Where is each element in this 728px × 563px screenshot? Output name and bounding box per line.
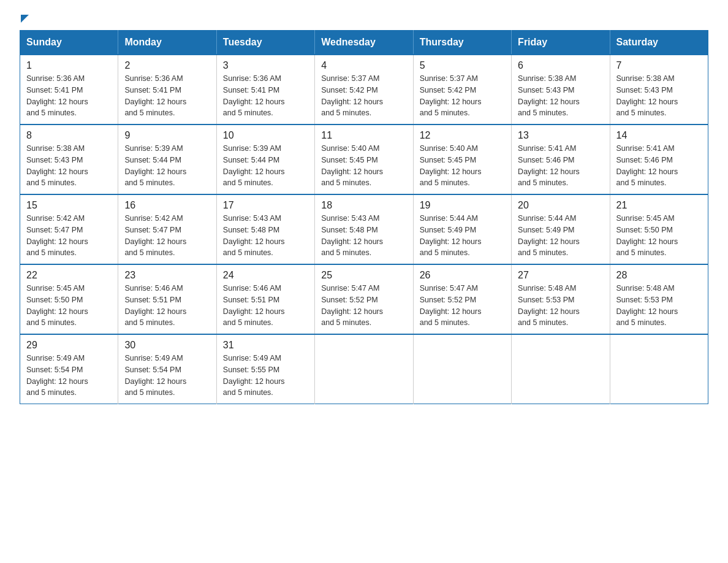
day-info: Sunrise: 5:36 AM Sunset: 5:41 PM Dayligh… [223, 73, 308, 119]
logo-icon [20, 15, 29, 20]
day-info: Sunrise: 5:45 AM Sunset: 5:50 PM Dayligh… [616, 213, 702, 259]
calendar-cell [315, 334, 413, 404]
day-info: Sunrise: 5:49 AM Sunset: 5:54 PM Dayligh… [26, 353, 112, 399]
day-number: 24 [223, 270, 308, 281]
day-number: 7 [616, 60, 702, 71]
day-info: Sunrise: 5:46 AM Sunset: 5:51 PM Dayligh… [223, 283, 308, 329]
day-number: 27 [518, 270, 603, 281]
day-info: Sunrise: 5:37 AM Sunset: 5:42 PM Dayligh… [321, 73, 406, 119]
day-number: 11 [321, 130, 406, 141]
calendar-cell: 12 Sunrise: 5:40 AM Sunset: 5:45 PM Dayl… [413, 124, 511, 194]
calendar-cell: 31 Sunrise: 5:49 AM Sunset: 5:55 PM Dayl… [216, 334, 314, 404]
day-number: 12 [420, 130, 505, 141]
day-number: 14 [616, 130, 702, 141]
header-wednesday: Wednesday [315, 31, 413, 55]
day-info: Sunrise: 5:42 AM Sunset: 5:47 PM Dayligh… [26, 213, 112, 259]
day-info: Sunrise: 5:42 AM Sunset: 5:47 PM Dayligh… [124, 213, 210, 259]
day-number: 16 [124, 200, 210, 211]
day-info: Sunrise: 5:41 AM Sunset: 5:46 PM Dayligh… [518, 143, 603, 189]
calendar-cell: 6 Sunrise: 5:38 AM Sunset: 5:43 PM Dayli… [512, 55, 610, 124]
day-info: Sunrise: 5:43 AM Sunset: 5:48 PM Dayligh… [321, 213, 406, 259]
day-number: 31 [223, 340, 308, 351]
day-number: 23 [124, 270, 210, 281]
calendar-cell: 19 Sunrise: 5:44 AM Sunset: 5:49 PM Dayl… [413, 194, 511, 264]
calendar-cell: 30 Sunrise: 5:49 AM Sunset: 5:54 PM Dayl… [118, 334, 216, 404]
calendar-cell: 2 Sunrise: 5:36 AM Sunset: 5:41 PM Dayli… [118, 55, 216, 124]
calendar-cell: 22 Sunrise: 5:45 AM Sunset: 5:50 PM Dayl… [20, 264, 118, 334]
day-info: Sunrise: 5:46 AM Sunset: 5:51 PM Dayligh… [124, 283, 210, 329]
day-number: 18 [321, 200, 406, 211]
day-info: Sunrise: 5:36 AM Sunset: 5:41 PM Dayligh… [26, 73, 112, 119]
calendar-cell: 7 Sunrise: 5:38 AM Sunset: 5:43 PM Dayli… [610, 55, 708, 124]
day-number: 26 [420, 270, 505, 281]
calendar-week-row: 1 Sunrise: 5:36 AM Sunset: 5:41 PM Dayli… [20, 55, 708, 124]
day-number: 20 [518, 200, 603, 211]
calendar-cell: 14 Sunrise: 5:41 AM Sunset: 5:46 PM Dayl… [610, 124, 708, 194]
header-monday: Monday [118, 31, 216, 55]
day-number: 1 [26, 60, 112, 71]
day-number: 4 [321, 60, 406, 71]
calendar-cell: 28 Sunrise: 5:48 AM Sunset: 5:53 PM Dayl… [610, 264, 708, 334]
logo [20, 15, 29, 20]
day-info: Sunrise: 5:47 AM Sunset: 5:52 PM Dayligh… [420, 283, 505, 329]
calendar-header-row: SundayMondayTuesdayWednesdayThursdayFrid… [20, 31, 708, 55]
calendar-cell: 20 Sunrise: 5:44 AM Sunset: 5:49 PM Dayl… [512, 194, 610, 264]
calendar-cell: 18 Sunrise: 5:43 AM Sunset: 5:48 PM Dayl… [315, 194, 413, 264]
calendar-cell: 29 Sunrise: 5:49 AM Sunset: 5:54 PM Dayl… [20, 334, 118, 404]
day-number: 10 [223, 130, 308, 141]
calendar-cell: 4 Sunrise: 5:37 AM Sunset: 5:42 PM Dayli… [315, 55, 413, 124]
day-number: 2 [124, 60, 210, 71]
calendar-cell: 13 Sunrise: 5:41 AM Sunset: 5:46 PM Dayl… [512, 124, 610, 194]
calendar-cell: 24 Sunrise: 5:46 AM Sunset: 5:51 PM Dayl… [216, 264, 314, 334]
calendar-week-row: 15 Sunrise: 5:42 AM Sunset: 5:47 PM Dayl… [20, 194, 708, 264]
day-number: 28 [616, 270, 702, 281]
calendar-cell: 1 Sunrise: 5:36 AM Sunset: 5:41 PM Dayli… [20, 55, 118, 124]
calendar-week-row: 29 Sunrise: 5:49 AM Sunset: 5:54 PM Dayl… [20, 334, 708, 404]
day-number: 17 [223, 200, 308, 211]
day-info: Sunrise: 5:39 AM Sunset: 5:44 PM Dayligh… [223, 143, 308, 189]
calendar-cell: 21 Sunrise: 5:45 AM Sunset: 5:50 PM Dayl… [610, 194, 708, 264]
day-info: Sunrise: 5:38 AM Sunset: 5:43 PM Dayligh… [26, 143, 112, 189]
day-number: 22 [26, 270, 112, 281]
day-info: Sunrise: 5:49 AM Sunset: 5:54 PM Dayligh… [124, 353, 210, 399]
day-number: 30 [124, 340, 210, 351]
calendar-cell: 9 Sunrise: 5:39 AM Sunset: 5:44 PM Dayli… [118, 124, 216, 194]
day-info: Sunrise: 5:40 AM Sunset: 5:45 PM Dayligh… [420, 143, 505, 189]
calendar-cell: 27 Sunrise: 5:48 AM Sunset: 5:53 PM Dayl… [512, 264, 610, 334]
calendar-cell: 26 Sunrise: 5:47 AM Sunset: 5:52 PM Dayl… [413, 264, 511, 334]
calendar-cell: 5 Sunrise: 5:37 AM Sunset: 5:42 PM Dayli… [413, 55, 511, 124]
day-info: Sunrise: 5:39 AM Sunset: 5:44 PM Dayligh… [124, 143, 210, 189]
day-info: Sunrise: 5:36 AM Sunset: 5:41 PM Dayligh… [124, 73, 210, 119]
day-number: 8 [26, 130, 112, 141]
header-thursday: Thursday [413, 31, 511, 55]
calendar-cell [610, 334, 708, 404]
day-info: Sunrise: 5:48 AM Sunset: 5:53 PM Dayligh… [616, 283, 702, 329]
day-info: Sunrise: 5:41 AM Sunset: 5:46 PM Dayligh… [616, 143, 702, 189]
day-info: Sunrise: 5:40 AM Sunset: 5:45 PM Dayligh… [321, 143, 406, 189]
day-info: Sunrise: 5:48 AM Sunset: 5:53 PM Dayligh… [518, 283, 603, 329]
calendar-cell: 8 Sunrise: 5:38 AM Sunset: 5:43 PM Dayli… [20, 124, 118, 194]
calendar-cell: 23 Sunrise: 5:46 AM Sunset: 5:51 PM Dayl… [118, 264, 216, 334]
day-number: 5 [420, 60, 505, 71]
day-number: 3 [223, 60, 308, 71]
day-info: Sunrise: 5:38 AM Sunset: 5:43 PM Dayligh… [616, 73, 702, 119]
day-number: 29 [26, 340, 112, 351]
day-info: Sunrise: 5:38 AM Sunset: 5:43 PM Dayligh… [518, 73, 603, 119]
header-friday: Friday [512, 31, 610, 55]
header-saturday: Saturday [610, 31, 708, 55]
calendar-week-row: 8 Sunrise: 5:38 AM Sunset: 5:43 PM Dayli… [20, 124, 708, 194]
day-number: 21 [616, 200, 702, 211]
day-number: 13 [518, 130, 603, 141]
page-header [20, 15, 708, 20]
calendar-cell: 3 Sunrise: 5:36 AM Sunset: 5:41 PM Dayli… [216, 55, 314, 124]
day-info: Sunrise: 5:43 AM Sunset: 5:48 PM Dayligh… [223, 213, 308, 259]
day-info: Sunrise: 5:47 AM Sunset: 5:52 PM Dayligh… [321, 283, 406, 329]
calendar-table: SundayMondayTuesdayWednesdayThursdayFrid… [20, 30, 708, 404]
day-number: 9 [124, 130, 210, 141]
day-info: Sunrise: 5:44 AM Sunset: 5:49 PM Dayligh… [420, 213, 505, 259]
calendar-cell: 11 Sunrise: 5:40 AM Sunset: 5:45 PM Dayl… [315, 124, 413, 194]
calendar-cell: 16 Sunrise: 5:42 AM Sunset: 5:47 PM Dayl… [118, 194, 216, 264]
calendar-week-row: 22 Sunrise: 5:45 AM Sunset: 5:50 PM Dayl… [20, 264, 708, 334]
day-number: 25 [321, 270, 406, 281]
calendar-cell [512, 334, 610, 404]
